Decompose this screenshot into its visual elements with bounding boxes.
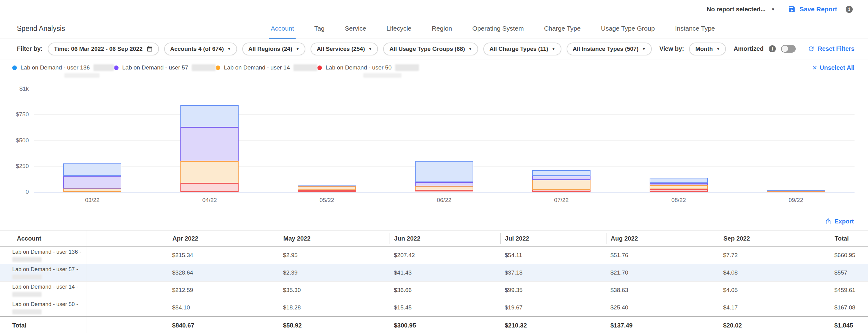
export-button[interactable]: Export [825,218,854,225]
top-bar: No report selected... ▼ Save Report i [0,0,868,19]
bar-segment-lab-on-demand-user-136[interactable] [650,178,708,183]
account-cell: Lab on Demand - user 50 - [0,299,86,316]
bar-segment-lab-on-demand-user-136[interactable] [532,170,590,176]
legend-item[interactable]: Lab on Demand - user 136 [12,64,114,78]
bar-segment-lab-on-demand-user-136[interactable] [180,105,239,128]
value-cell: $215.34 [168,252,279,259]
chevron-down-icon: ▼ [716,47,720,51]
time-filter-pill[interactable]: Time: 06 Mar 2022 - 06 Sep 2022 [48,42,159,56]
legend-dot [317,66,322,70]
y-axis-tick: 0 [8,189,29,195]
legend-label: Lab on Demand - user 14 [224,64,290,71]
bar-segment-lab-on-demand-user-50[interactable] [532,190,590,192]
column-header-jun-2022: Jun 2022 [390,233,500,244]
total-value-cell: $137.49 [606,322,719,329]
tab-tag[interactable]: Tag [314,19,325,39]
save-report-label: Save Report [799,5,837,13]
bar-segment-lab-on-demand-user-14[interactable] [298,187,356,190]
view-by-dropdown[interactable]: Month ▼ [689,42,726,56]
tab-charge-type[interactable]: Charge Type [544,19,581,39]
legend-item[interactable]: Lab on Demand - user 50 [317,64,419,78]
legend-dot [12,66,17,70]
bar-segment-lab-on-demand-user-50[interactable] [415,190,473,192]
unselect-all-label: Unselect All [819,64,855,71]
column-header-label: Aug 2022 [606,233,638,244]
unselect-all-button[interactable]: ✕ Unselect All [812,64,855,71]
account-name: Lab on Demand - user 14 - [12,284,86,291]
table-row[interactable]: Lab on Demand - user 57 -$328.64$2.39$41… [0,264,868,281]
amortized-toggle[interactable] [781,45,796,53]
value-cell: $207.42 [390,252,500,259]
filter-dropdown-accounts-4-of-674-[interactable]: Accounts 4 (of 674)▼ [164,42,237,56]
gridline [34,192,855,193]
filter-dropdown-all-usage-type-groups-68-[interactable]: All Usage Type Groups (68)▼ [383,42,478,56]
bar-segment-lab-on-demand-user-136[interactable] [415,161,473,182]
total-value-cell: $840.67 [168,322,279,329]
redacted-text [12,257,42,262]
filter-dropdown-value: All Services (254) [317,45,365,52]
report-selector-dropdown[interactable]: No report selected... ▼ [707,6,775,13]
bar-segment-lab-on-demand-user-50[interactable] [298,190,356,192]
tab-lifecycle[interactable]: Lifecycle [386,19,412,39]
tab-usage-type-group[interactable]: Usage Type Group [601,19,655,39]
reset-filters-button[interactable]: Reset Filters [808,45,855,52]
filter-dropdown-all-regions-24-[interactable]: All Regions (24)▼ [242,42,305,56]
gridline [34,89,855,89]
legend-label: Lab on Demand - user 50 [326,64,392,71]
x-axis-tick: 04/22 [188,197,231,203]
tab-instance-type[interactable]: Instance Type [675,19,715,39]
value-cell: $38.63 [606,287,719,294]
tab-region[interactable]: Region [432,19,452,39]
chevron-down-icon: ▼ [369,47,372,51]
tab-operating-system[interactable]: Operating System [472,19,524,39]
report-selector-value: No report selected... [707,6,765,13]
legend-item[interactable]: Lab on Demand - user 57 [114,64,216,78]
redacted-text [64,73,99,78]
x-axis-tick: 06/22 [423,197,466,203]
account-name: Lab on Demand - user 136 - [12,248,86,256]
bar-segment-lab-on-demand-user-14[interactable] [415,187,473,190]
bar-segment-lab-on-demand-user-57[interactable] [180,127,239,161]
value-cell: $4.08 [719,269,830,276]
tab-service[interactable]: Service [345,19,366,39]
bar-segment-lab-on-demand-user-14[interactable] [63,189,121,192]
amortized-info-icon[interactable]: i [769,45,776,52]
value-cell: $51.76 [606,252,719,259]
bar-segment-lab-on-demand-user-57[interactable] [650,183,708,185]
table-row[interactable]: Lab on Demand - user 50 -$84.10$18.28$15… [0,299,868,317]
filter-dropdown-all-services-254-[interactable]: All Services (254)▼ [311,42,378,56]
x-axis-tick: 07/22 [540,197,583,203]
page-header: Spend Analysis AccountTagServiceLifecycl… [0,19,868,39]
export-icon [825,218,832,225]
legend-item[interactable]: Lab on Demand - user 14 [216,64,317,78]
save-report-button[interactable]: Save Report [788,5,837,13]
bar-segment-lab-on-demand-user-50[interactable] [650,189,708,192]
bar-segment-lab-on-demand-user-50[interactable] [180,183,239,192]
filter-dropdown-all-instance-types-507-[interactable]: All Instance Types (507)▼ [567,42,652,56]
value-cell: $557 [830,269,868,276]
bar-segment-lab-on-demand-user-14[interactable] [650,185,708,189]
bar-segment-lab-on-demand-user-136[interactable] [767,190,825,191]
bar-segment-lab-on-demand-user-14[interactable] [532,180,590,190]
bar-segment-lab-on-demand-user-14[interactable] [180,161,239,183]
bar-segment-lab-on-demand-user-57[interactable] [63,176,121,189]
value-cell: $2.39 [279,269,390,276]
table-row[interactable]: Lab on Demand - user 136 -$215.34$2.95$2… [0,247,868,264]
bar-segment-lab-on-demand-user-57[interactable] [532,176,590,180]
calendar-icon [146,45,153,52]
filter-dropdown-all-charge-types-11-[interactable]: All Charge Types (11)▼ [483,42,561,56]
bar-segment-lab-on-demand-user-57[interactable] [415,182,473,187]
info-icon[interactable]: i [846,6,853,13]
legend-line: Lab on Demand - user 50 [317,64,419,71]
table-row[interactable]: Lab on Demand - user 14 -$212.59$35.30$3… [0,281,868,299]
bar-segment-lab-on-demand-user-136[interactable] [63,163,121,176]
account-name: Lab on Demand - user 57 - [12,266,86,273]
value-cell: $35.30 [279,287,390,294]
amortized-label: Amortized [734,45,764,52]
bar-segment-lab-on-demand-user-136[interactable] [298,186,356,186]
export-row: Export [0,214,868,228]
tab-account[interactable]: Account [271,19,294,39]
column-header-jul-2022: Jul 2022 [500,233,606,244]
close-icon: ✕ [812,64,817,71]
value-cell: $15.45 [390,304,500,311]
